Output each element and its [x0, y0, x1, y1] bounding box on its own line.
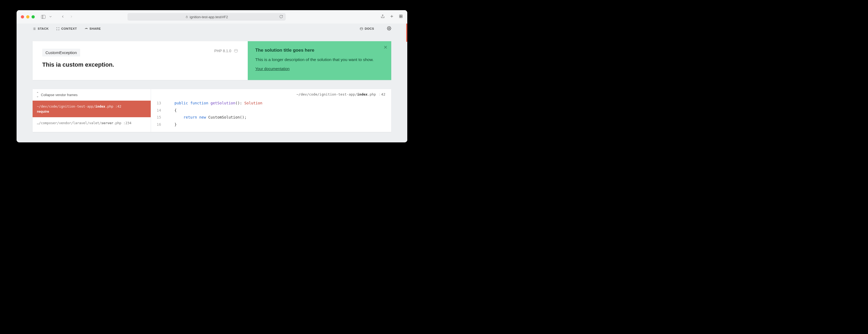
stack-frames-list: ⌃⌄ Collapse vendor frames ~/dev/code/ign… [33, 89, 151, 132]
titlebar: ignition-test-app.test/#F2 [17, 10, 407, 24]
laravel-icon [360, 27, 363, 30]
svg-rect-0 [186, 17, 188, 18]
frame-file-suffix: .php [105, 104, 113, 108]
frame-file: server [101, 121, 113, 125]
svg-point-13 [389, 28, 390, 29]
code-line: 16 } [153, 121, 391, 128]
chevron-down-icon[interactable] [47, 14, 54, 20]
svg-rect-6 [401, 17, 402, 18]
code-line: 13 public function getSolution(): Soluti… [153, 100, 391, 107]
nav-docs[interactable]: DOCS [360, 27, 374, 30]
nav-share[interactable]: SHARE [85, 27, 101, 30]
share-icon[interactable] [380, 14, 385, 20]
plus-icon[interactable] [390, 14, 394, 20]
traffic-lights [21, 15, 35, 19]
reload-icon[interactable] [279, 15, 283, 19]
back-button[interactable] [59, 14, 66, 20]
page: STACK CONTEXT SHARE DOCS CustomException [17, 24, 407, 142]
exception-class-badge: CustomException [42, 49, 80, 56]
collapse-label: Collapse vendor frames [41, 93, 78, 97]
solution-description: This is a longer description of the solu… [255, 57, 382, 63]
nav-context[interactable]: CONTEXT [56, 27, 77, 30]
nav-stack[interactable]: STACK [33, 27, 49, 30]
share-arrow-icon [85, 27, 88, 30]
code-line: 15 return new CustomSolution(); [153, 114, 391, 121]
laravel-icon [234, 49, 238, 53]
code-line: 14 { [153, 107, 391, 114]
exception-message: This ia custom exception. [42, 61, 238, 68]
frame-line: 42 [117, 104, 121, 108]
collapse-icon: ⌃⌄ [36, 92, 39, 98]
address-bar[interactable]: ignition-test-app.test/#F2 [127, 13, 286, 21]
code-area: 13 public function getSolution(): Soluti… [151, 100, 391, 128]
solution-card: ✕ The solution title goes here This is a… [248, 41, 391, 80]
nav-arrows [59, 14, 75, 20]
frame-file: index [95, 104, 105, 108]
solution-link[interactable]: Your documentation [255, 67, 289, 71]
php-version-text: PHP 8.1.0 [214, 49, 231, 53]
stack-frame[interactable]: …/composer/vendor/laravel/valet/server.p… [33, 117, 151, 129]
url-text: ignition-test-app.test/#F2 [190, 15, 228, 19]
frame-path-prefix: ~/dev/code/ignition-test-app/ [37, 104, 95, 108]
solution-title: The solution title goes here [255, 48, 382, 53]
window-close-button[interactable] [21, 15, 24, 19]
stack-icon [33, 27, 36, 30]
nav-share-label: SHARE [90, 27, 101, 30]
window-minimize-button[interactable] [26, 15, 29, 19]
frame-line: 234 [125, 121, 131, 125]
context-icon [56, 27, 60, 30]
exception-summary: CustomException PHP 8.1.0 This ia custom… [33, 41, 248, 80]
stack-panel: ⌃⌄ Collapse vendor frames ~/dev/code/ign… [33, 89, 391, 132]
frame-function: require [37, 109, 147, 113]
browser-window: ignition-test-app.test/#F2 STACK CONTEXT [17, 10, 407, 142]
window-zoom-button[interactable] [32, 15, 35, 19]
titlebar-right [380, 14, 403, 20]
svg-rect-3 [400, 15, 401, 16]
svg-rect-4 [401, 15, 402, 16]
code-viewer: ~/dev/code/ignition-test-app/index.php :… [151, 89, 391, 132]
lock-icon [185, 16, 188, 18]
sidebar-icon[interactable] [41, 15, 45, 19]
frame-file-suffix: .php [113, 121, 121, 125]
tabs-grid-icon[interactable] [399, 14, 403, 20]
nav-stack-label: STACK [38, 27, 49, 30]
exception-card: CustomException PHP 8.1.0 This ia custom… [33, 41, 391, 80]
nav-docs-label: DOCS [365, 27, 374, 30]
stack-frame-active[interactable]: ~/dev/code/ignition-test-app/index.php :… [33, 101, 151, 117]
nav-context-label: CONTEXT [61, 27, 77, 30]
frame-path-prefix: …/composer/vendor/laravel/valet/ [37, 121, 101, 125]
forward-button[interactable] [68, 14, 75, 20]
error-indicator-edge [406, 24, 407, 42]
settings-button[interactable] [387, 26, 391, 31]
gear-icon [387, 26, 391, 30]
collapse-vendor-frames[interactable]: ⌃⌄ Collapse vendor frames [33, 89, 151, 101]
current-file-path: ~/dev/code/ignition-test-app/index.php :… [151, 89, 391, 100]
php-version: PHP 8.1.0 [214, 49, 238, 53]
page-nav: STACK CONTEXT SHARE DOCS [17, 24, 407, 34]
close-solution-button[interactable]: ✕ [383, 45, 388, 50]
sidebar-toggle-group [41, 14, 54, 20]
svg-rect-5 [400, 17, 401, 18]
